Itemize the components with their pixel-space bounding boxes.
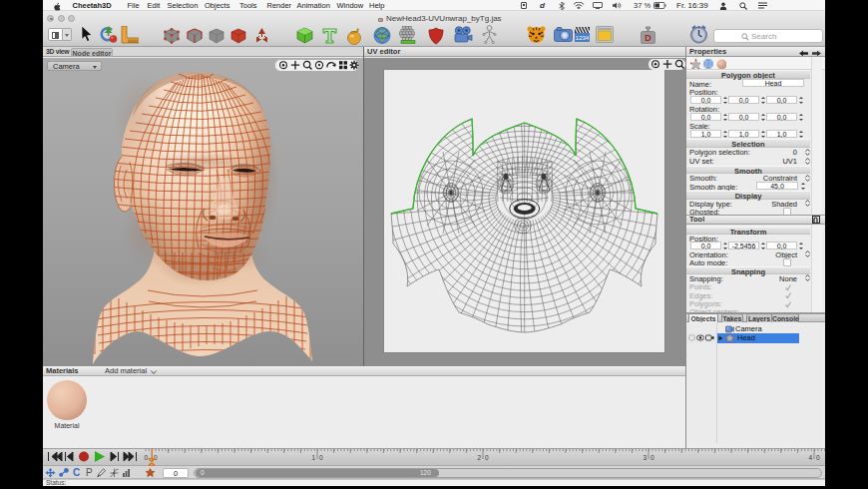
svg-text:D: D [645, 33, 651, 43]
svg-text:C: C [73, 467, 80, 478]
svg-text:1234: 1234 [576, 35, 590, 41]
svg-text:P: P [86, 467, 93, 478]
